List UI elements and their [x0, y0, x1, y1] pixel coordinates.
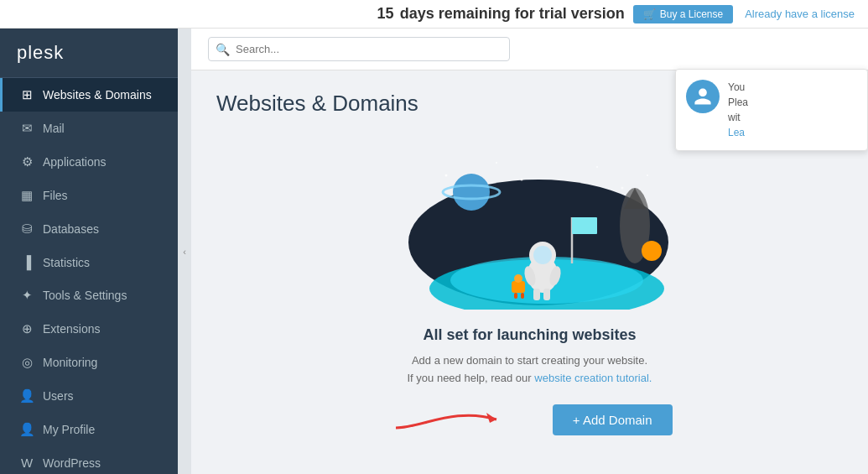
statistics-icon: ▐	[19, 255, 34, 269]
arrow-btn-row: + Add Domain	[387, 404, 673, 435]
sidebar-item-statistics[interactable]: ▐ Statistics	[0, 246, 178, 279]
sidebar-collapse-handle[interactable]: ‹	[178, 29, 191, 474]
buy-label: Buy a License	[660, 8, 723, 20]
notification-popup: You Plea wit Lea	[675, 69, 868, 151]
buy-license-button[interactable]: 🛒 Buy a License	[633, 5, 733, 23]
sidebar: plesk ⊞ Websites & Domains ✉ Mail ⚙ Appl…	[0, 29, 178, 474]
tools-icon: ✦	[19, 288, 34, 303]
svg-point-23	[596, 166, 598, 168]
main-layout: plesk ⊞ Websites & Domains ✉ Mail ⚙ Appl…	[0, 29, 868, 474]
cart-icon: 🛒	[643, 8, 656, 20]
already-have-license-link[interactable]: Already have a license	[745, 8, 855, 20]
sidebar-item-label: My Profile	[43, 423, 95, 436]
trial-text: 15 days remaining for trial version	[377, 5, 624, 23]
sidebar-item-websites-domains[interactable]: ⊞ Websites & Domains	[0, 78, 178, 112]
applications-icon: ⚙	[19, 154, 34, 169]
sidebar-item-label: Databases	[43, 222, 99, 236]
svg-point-9	[533, 246, 552, 264]
sidebar-item-label: Users	[43, 389, 74, 403]
sidebar-item-wordpress[interactable]: W WordPress	[0, 446, 178, 474]
svg-rect-14	[512, 281, 525, 293]
sidebar-item-label: Files	[43, 189, 68, 202]
sidebar-item-applications[interactable]: ⚙ Applications	[0, 145, 178, 179]
svg-point-3	[453, 174, 490, 211]
svg-rect-6	[572, 217, 597, 234]
arrow-icon	[387, 403, 522, 436]
svg-rect-17	[521, 293, 524, 299]
svg-point-25	[647, 174, 648, 176]
sidebar-item-label: Websites & Domains	[43, 88, 152, 102]
search-input[interactable]	[208, 37, 510, 61]
svg-point-22	[520, 179, 522, 181]
search-wrap: 🔍	[208, 37, 510, 61]
sidebar-item-tools-settings[interactable]: ✦ Tools & Settings	[0, 279, 178, 312]
sidebar-item-label: Statistics	[43, 256, 90, 269]
svg-point-20	[444, 174, 447, 177]
notif-link[interactable]: Lea	[728, 127, 745, 138]
svg-rect-16	[514, 293, 517, 299]
svg-rect-10	[533, 289, 540, 300]
sidebar-item-mail[interactable]: ✉ Mail	[0, 112, 178, 145]
monitoring-icon: ◎	[19, 355, 34, 370]
extensions-icon: ⊕	[19, 321, 34, 336]
widget-title: All set for launching websites	[423, 326, 636, 344]
svg-point-26	[642, 241, 662, 261]
sidebar-item-label: Mail	[43, 122, 65, 135]
notif-avatar	[686, 80, 720, 113]
sidebar-item-extensions[interactable]: ⊕ Extensions	[0, 312, 178, 346]
center-widget: All set for launching websites Add a new…	[216, 142, 843, 435]
top-bar: 15 days remaining for trial version 🛒 Bu…	[0, 0, 868, 29]
illustration	[387, 142, 673, 310]
svg-point-21	[496, 162, 497, 164]
sidebar-item-files[interactable]: ▦ Files	[0, 179, 178, 212]
svg-rect-11	[543, 289, 550, 300]
databases-icon: ⛁	[19, 221, 34, 237]
sidebar-item-label: Applications	[43, 155, 107, 169]
svg-point-15	[514, 274, 522, 283]
sidebar-item-label: Extensions	[43, 322, 100, 336]
profile-icon: 👤	[19, 422, 34, 437]
add-domain-button[interactable]: + Add Domain	[553, 404, 673, 435]
notif-line1: You	[728, 80, 748, 95]
sidebar-item-users[interactable]: 👤 Users	[0, 379, 178, 413]
websites-domains-icon: ⊞	[19, 87, 34, 102]
svg-point-24	[621, 187, 623, 190]
trial-days: 15	[377, 5, 393, 22]
notif-line3: wit	[728, 110, 748, 125]
search-icon: 🔍	[216, 43, 230, 56]
sidebar-item-label: Monitoring	[43, 356, 97, 369]
files-icon: ▦	[19, 188, 34, 203]
search-bar: 🔍	[191, 29, 868, 70]
sidebar-item-databases[interactable]: ⛁ Databases	[0, 212, 178, 246]
widget-desc-line2: If you need help, read our	[408, 372, 532, 384]
content-area: 🔍 Websites & Domains	[191, 29, 868, 474]
mail-icon: ✉	[19, 121, 34, 136]
notif-line2: Plea	[728, 95, 748, 110]
sidebar-item-label: WordPress	[43, 456, 101, 470]
sidebar-item-my-profile[interactable]: 👤 My Profile	[0, 413, 178, 446]
sidebar-item-label: Tools & Settings	[43, 289, 127, 302]
notif-text: You Plea wit Lea	[728, 80, 748, 140]
widget-desc-line1: Add a new domain to start creating your …	[412, 354, 647, 367]
sidebar-logo: plesk	[0, 29, 178, 78]
users-icon: 👤	[19, 388, 34, 404]
trial-message: days remaining for trial version	[400, 5, 625, 22]
widget-desc: Add a new domain to start creating your …	[408, 352, 652, 388]
wordpress-icon: W	[19, 456, 34, 470]
sidebar-item-monitoring[interactable]: ◎ Monitoring	[0, 346, 178, 379]
tutorial-link[interactable]: website creation tutorial.	[534, 372, 652, 384]
page-title: Websites & Domains	[216, 91, 418, 117]
